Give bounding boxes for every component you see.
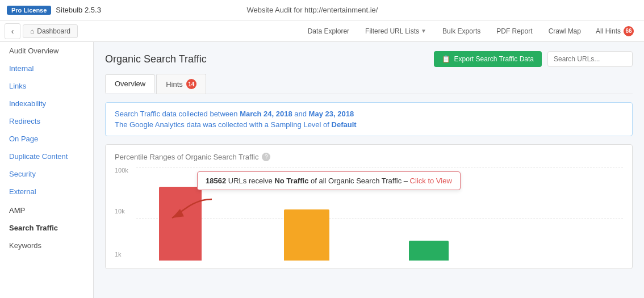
sidebar-item-on-page[interactable]: On Page [0,130,93,148]
tab-hints-label: Hints [166,80,183,89]
info-line-1: Search Traffic data collected between Ma… [115,110,623,118]
filtered-url-lists-btn[interactable]: Filtered URL Lists ▼ [358,25,433,37]
chart-section: Percentile Ranges of Organic Search Traf… [105,144,633,269]
pdf-report-btn[interactable]: PDF Report [490,25,539,37]
chart-title: Percentile Ranges of Organic Search Traf… [115,153,623,161]
bar-green [409,241,449,261]
sidebar-item-indexability[interactable]: Indexability [0,95,93,112]
tab-overview[interactable]: Overview [105,74,155,93]
arrow-svg [169,196,215,222]
main-layout: Audit Overview Internal Links Indexabili… [0,42,644,298]
sidebar-item-redirects[interactable]: Redirects [0,112,93,130]
pro-badge: Pro License [7,6,51,15]
sidebar-item-security[interactable]: Security [0,165,93,183]
tooltip-click-view-link[interactable]: Click to View [410,177,452,185]
chart-help-icon[interactable]: ? [262,153,270,161]
tabs-bar: Overview Hints 14 [105,74,633,94]
hints-count-badge: 66 [624,26,634,36]
dashboard-label: Dashboard [37,27,70,35]
tooltip-traffic-label: No Traffic [274,177,308,185]
y-label-100k: 100k [115,167,128,174]
dropdown-arrow: ▼ [421,28,426,34]
chart-area-wrapper: 100k 10k 1k 18562 URLs receive No Traffi… [115,167,623,261]
data-explorer-btn[interactable]: Data Explorer [301,25,356,37]
sidebar-item-audit-overview[interactable]: Audit Overview [0,42,93,60]
tab-hints[interactable]: Hints 14 [156,74,206,94]
export-label: Export Search Traffic Data [454,55,534,63]
page-title: Organic Search Traffic [105,53,207,65]
content-header: Organic Search Traffic 📋 Export Search T… [105,51,633,67]
hints-tab-badge: 14 [186,79,196,89]
nav-bar: ‹ ⌂ Dashboard Data Explorer Filtered URL… [0,20,644,42]
top-bar: Pro License Sitebulb 2.5.3 Website Audit… [0,0,644,20]
sidebar-item-external[interactable]: External [0,183,93,200]
search-urls-input[interactable] [547,51,633,67]
sidebar-item-search-traffic[interactable]: Search Traffic [0,219,93,237]
nav-actions: Data Explorer Filtered URL Lists ▼ Bulk … [301,24,639,39]
crawl-map-btn[interactable]: Crawl Map [542,25,588,37]
arrow-indicator [169,196,215,224]
header-actions: 📋 Export Search Traffic Data [434,51,633,67]
content-area: Organic Search Traffic 📋 Export Search T… [94,42,644,298]
tab-overview-label: Overview [115,79,145,88]
sidebar-item-internal[interactable]: Internal [0,60,93,77]
tooltip-box: 18562 URLs receive No Traffic of all Org… [197,171,461,190]
bar-orange [284,209,329,261]
all-hints-label: All Hints [596,27,621,35]
website-audit-label: Website Audit for http://entertainment.i… [246,6,378,14]
y-label-1k: 1k [115,251,122,258]
top-bar-left: Pro License Sitebulb 2.5.3 [7,6,101,15]
dashboard-nav[interactable]: ⌂ Dashboard [23,24,78,38]
all-hints-btn[interactable]: All Hints 66 [590,24,639,39]
info-line-2: The Google Analytics data was collected … [115,120,623,129]
info-box: Search Traffic data collected between Ma… [105,102,633,136]
home-icon: ⌂ [30,27,34,35]
export-icon: 📋 [442,55,450,63]
tooltip-count: 18562 [206,177,226,185]
grid-line-top [136,167,623,167]
bulk-exports-btn[interactable]: Bulk Exports [436,25,487,37]
app-title: Sitebulb 2.5.3 [56,6,101,14]
sidebar-item-duplicate-content[interactable]: Duplicate Content [0,148,93,165]
sidebar-item-links[interactable]: Links [0,77,93,95]
back-button[interactable]: ‹ [5,23,20,39]
sidebar: Audit Overview Internal Links Indexabili… [0,42,94,298]
y-label-10k: 10k [115,208,125,215]
export-search-traffic-btn[interactable]: 📋 Export Search Traffic Data [434,51,542,67]
sidebar-item-keywords[interactable]: Keywords [0,237,93,254]
sidebar-item-amp[interactable]: AMP [0,200,93,219]
